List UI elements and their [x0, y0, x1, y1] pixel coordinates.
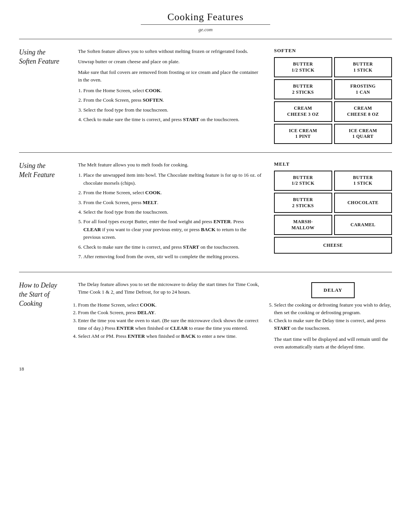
website: ge.com [19, 27, 392, 33]
delay-steps-area: From the Home Screen, select COOK. From … [78, 301, 392, 351]
delay-left-steps-list: From the Home Screen, select COOK. From … [78, 301, 267, 340]
soften-step-4: Check to make sure the time is correct, … [83, 116, 263, 123]
melt-step-3: From the Cook Screen, press MELT. [83, 199, 263, 206]
melt-btn-caramel[interactable]: CARAMEL [334, 215, 392, 235]
melt-btn-cheese[interactable]: CHEESE [274, 237, 392, 254]
delay-intro-text: The Delay feature allows you to set the … [78, 281, 274, 298]
soften-btn-cream-3oz[interactable]: CREAMCHEESE 3 OZ [274, 101, 332, 121]
soften-right: SOFTEN BUTTER1/2 STICK BUTTER1 STICK BUT… [274, 48, 392, 144]
delay-heading-area: How to Delaythe Start ofCooking [19, 281, 78, 308]
soften-button-grid: BUTTER1/2 STICK BUTTER1 STICK BUTTER2 ST… [274, 57, 392, 144]
delay-step-2: From the Cook Screen, press DELAY. [78, 309, 267, 316]
melt-step-5: For all food types except Butter, enter … [83, 218, 263, 241]
delay-section: How to Delaythe Start ofCooking The Dela… [19, 272, 392, 359]
melt-heading: Using theMelt Feature [19, 161, 74, 180]
soften-intro-2: Unwrap butter or cream cheese and place … [78, 58, 263, 66]
melt-button-grid: BUTTER1/2 STICK BUTTER1 STICK BUTTER2 ST… [274, 171, 392, 254]
melt-steps-list: Place the unwrapped item into bowl. The … [83, 171, 263, 261]
delay-content: The Delay feature allows you to set the … [78, 281, 392, 351]
delay-step-4: Select AM or PM. Press ENTER when finish… [78, 332, 267, 340]
soften-instructions: The Soften feature allows you to soften … [78, 48, 274, 126]
soften-step-1: From the Home Screen, select COOK. [83, 87, 263, 94]
soften-btn-butter-2[interactable]: BUTTER2 STICKS [274, 79, 332, 99]
page-header: Cooking Features ge.com [19, 11, 392, 33]
melt-btn-butter-2[interactable]: BUTTER2 STICKS [274, 193, 332, 213]
soften-step-3: Select the food type from the touchscree… [83, 106, 263, 114]
soften-btn-cream-8oz[interactable]: CREAMCHEESE 8 OZ [334, 101, 392, 121]
delay-left-steps: From the Home Screen, select COOK. From … [78, 301, 274, 351]
soften-label: SOFTEN [274, 48, 392, 54]
delay-right-steps-list: Select the cooking or defrosting feature… [274, 301, 392, 332]
melt-step-4: Select the food type from the touchscree… [83, 208, 263, 216]
melt-intro: The Melt feature allows you to melt food… [78, 161, 263, 169]
delay-step-6: Check to make sure the Delay time is cor… [274, 317, 392, 332]
delay-top-row: The Delay feature allows you to set the … [78, 281, 392, 298]
melt-step-6: Check to make sure the time is correct, … [83, 243, 263, 251]
melt-heading-area: Using theMelt Feature [19, 161, 78, 180]
melt-btn-marshmallow[interactable]: MARSH-MALLOW [274, 215, 332, 235]
melt-btn-butter-1[interactable]: BUTTER1 STICK [334, 171, 392, 191]
melt-label: MELT [274, 161, 392, 167]
melt-btn-butter-half[interactable]: BUTTER1/2 STICK [274, 171, 332, 191]
delay-intro: The Delay feature allows you to set the … [78, 281, 267, 296]
soften-steps-list: From the Home Screen, select COOK. From … [83, 87, 263, 124]
soften-btn-butter-1[interactable]: BUTTER1 STICK [334, 57, 392, 77]
soften-btn-butter-half[interactable]: BUTTER1/2 STICK [274, 57, 332, 77]
soften-heading: Using theSoften Feature [19, 48, 74, 66]
page-title: Cooking Features [19, 11, 392, 23]
soften-btn-icecream-pint[interactable]: ICE CREAM1 PINT [274, 124, 332, 144]
delay-button[interactable]: DELAY [311, 282, 354, 298]
soften-btn-icecream-quart[interactable]: ICE CREAM1 QUART [334, 124, 392, 144]
delay-step-3: Enter the time you want the oven to star… [78, 317, 267, 332]
soften-intro-1: The Soften feature allows you to soften … [78, 48, 263, 55]
soften-heading-area: Using theSoften Feature [19, 48, 78, 66]
delay-button-area: DELAY [274, 281, 392, 298]
title-divider [141, 24, 270, 25]
melt-instructions: The Melt feature allows you to melt food… [78, 161, 274, 264]
page-number: 18 [19, 366, 392, 372]
delay-right-steps: Select the cooking or defrosting feature… [274, 301, 392, 351]
delay-heading: How to Delaythe Start ofCooking [19, 281, 74, 308]
melt-step-7: After removing food from the oven, stir … [83, 253, 263, 260]
delay-footer: The start time will be displayed and wil… [274, 335, 392, 351]
melt-btn-chocolate[interactable]: CHOCOLATE [334, 193, 392, 213]
soften-section: Using theSoften Feature The Soften featu… [19, 39, 392, 152]
soften-intro-3: Make sure that foil covers are removed f… [78, 69, 263, 84]
delay-step-5: Select the cooking or defrosting feature… [274, 301, 392, 317]
soften-btn-frosting[interactable]: FROSTING1 CAN [334, 79, 392, 99]
soften-step-2: From the Cook Screen, press SOFTEN. [83, 96, 263, 104]
melt-section: Using theMelt Feature The Melt feature a… [19, 152, 392, 272]
melt-step-1: Place the unwrapped item into bowl. The … [83, 171, 263, 187]
delay-step-1: From the Home Screen, select COOK. [78, 301, 267, 309]
melt-step-2: From the Home Screen, select COOK. [83, 189, 263, 197]
melt-right: MELT BUTTER1/2 STICK BUTTER1 STICK BUTTE… [274, 161, 392, 254]
